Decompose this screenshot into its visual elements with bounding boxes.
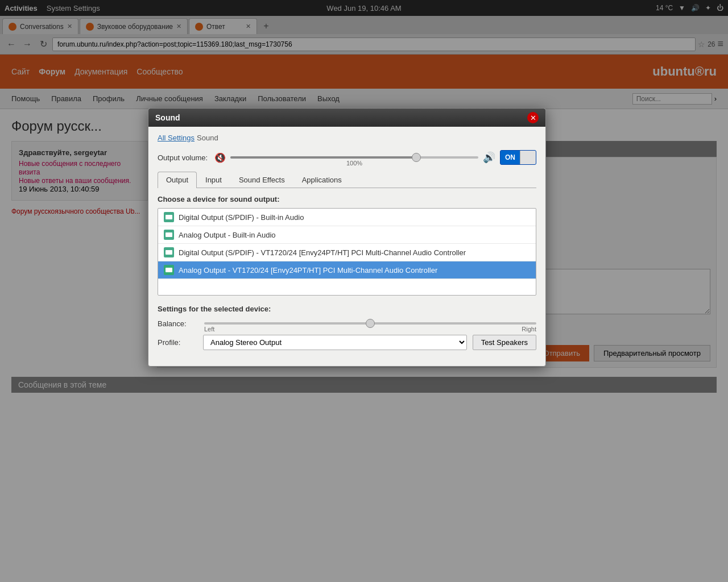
volume-label: Output volume:: [158, 153, 208, 162]
test-speakers-button[interactable]: Test Speakers: [473, 335, 536, 350]
dialog-close-button[interactable]: ✕: [527, 112, 539, 123]
device-name: Analog Output - VT1720/24 [Envy24PT/HT] …: [179, 266, 437, 275]
mute-toggle[interactable]: ON: [500, 150, 536, 165]
balance-track: [204, 322, 536, 325]
tab-input[interactable]: Input: [197, 172, 230, 188]
dialog-body: All Settings Sound Output volume: 🔇 100%…: [148, 127, 545, 366]
device-name: Analog Output - Built-in Audio: [179, 231, 276, 239]
tab-sound-effects[interactable]: Sound Effects: [230, 172, 293, 188]
volume-low-icon: 🔇: [214, 152, 226, 163]
profile-select[interactable]: Analog Stereo Output Analog Surround 5.1…: [203, 335, 467, 350]
balance-thumb[interactable]: [366, 319, 375, 328]
sound-dialog: Sound ✕ All Settings Sound Output volume…: [148, 108, 546, 367]
svg-rect-2: [166, 232, 172, 237]
device-icon: [164, 247, 174, 257]
balance-label: Balance:: [158, 319, 197, 328]
device-icon: [164, 265, 174, 275]
svg-rect-0: [166, 215, 172, 219]
volume-fill: [230, 156, 416, 159]
toggle-handle: [520, 151, 536, 164]
volume-thumb[interactable]: [412, 153, 421, 162]
device-item-3[interactable]: Analog Output - VT1720/24 [Envy24PT/HT] …: [158, 261, 536, 279]
device-icon: [164, 230, 174, 240]
volume-track: [230, 156, 478, 159]
balance-slider[interactable]: Left Right: [204, 318, 536, 329]
device-name: Digital Output (S/PDIF) - Built-in Audio: [179, 213, 304, 222]
device-item-0[interactable]: Digital Output (S/PDIF) - Built-in Audio: [158, 209, 536, 226]
dialog-titlebar: Sound ✕: [148, 109, 545, 127]
balance-left-label: Left: [204, 326, 214, 332]
balance-right-label: Right: [522, 326, 536, 332]
choose-device-label: Choose a device for sound output:: [158, 195, 536, 203]
on-label: ON: [500, 152, 520, 163]
breadcrumb: All Settings Sound: [158, 134, 536, 142]
profile-row: Profile: Analog Stereo Output Analog Sur…: [158, 335, 536, 350]
device-settings-section: Settings for the selected device: Balanc…: [158, 305, 536, 350]
device-list: Digital Output (S/PDIF) - Built-in Audio…: [158, 208, 536, 296]
device-item-2[interactable]: Digital Output (S/PDIF) - VT1720/24 [Env…: [158, 244, 536, 261]
settings-label: Settings for the selected device:: [158, 305, 536, 313]
volume-high-icon: 🔊: [483, 151, 495, 164]
svg-rect-1: [167, 218, 168, 219]
svg-rect-4: [166, 268, 172, 272]
volume-slider[interactable]: 100%: [230, 152, 478, 163]
device-item-1[interactable]: Analog Output - Built-in Audio: [158, 226, 536, 244]
device-name: Digital Output (S/PDIF) - VT1720/24 [Env…: [179, 248, 466, 257]
device-item-empty: [158, 279, 536, 295]
device-icon: [164, 212, 174, 222]
all-settings-link[interactable]: All Settings: [158, 134, 195, 142]
dialog-title: Sound: [155, 113, 180, 122]
svg-rect-3: [166, 250, 172, 255]
profile-label: Profile:: [158, 338, 197, 347]
tab-bar: Output Input Sound Effects Applications: [158, 172, 536, 188]
tab-applications[interactable]: Applications: [293, 172, 350, 188]
breadcrumb-separator: Sound: [197, 134, 218, 142]
volume-percent: 100%: [230, 160, 478, 167]
tab-output[interactable]: Output: [158, 172, 197, 188]
volume-row: Output volume: 🔇 100% 🔊 ON: [158, 150, 536, 165]
balance-row: Balance: Left Right: [158, 318, 536, 329]
